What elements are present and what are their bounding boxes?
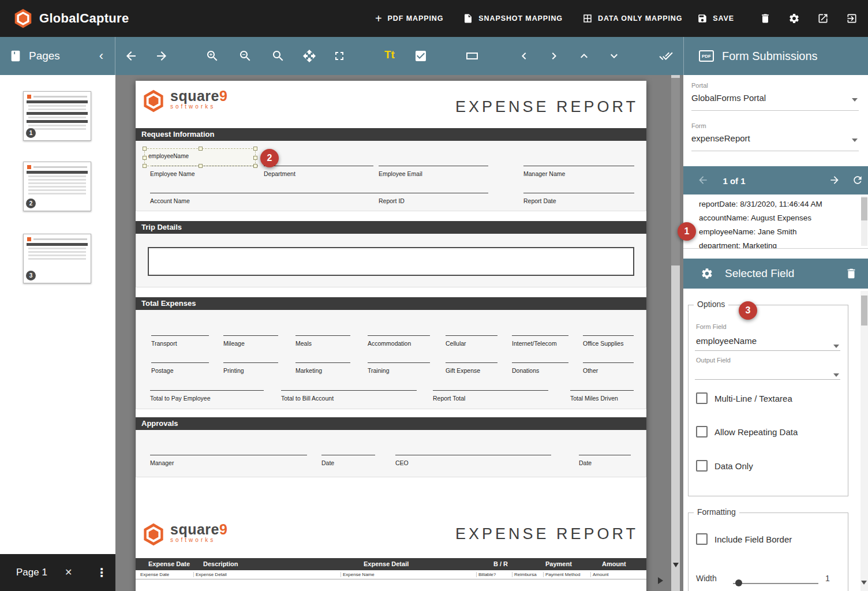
mapped-field-overlay[interactable]: employeeName [144,148,256,166]
field-manager-date[interactable]: Date [321,455,375,467]
field-other[interactable]: Other [583,362,634,375]
prev-field-chevron[interactable] [517,49,531,63]
field-report-date[interactable]: Report Date [523,193,634,205]
scroll-right-arrow[interactable] [658,577,663,584]
validate-all-button[interactable] [659,49,673,63]
field-marketing[interactable]: Marketing [295,362,350,375]
scrollbar-thumb[interactable] [861,197,867,220]
field-employee-name[interactable]: Employee Name [150,166,258,178]
field-training[interactable]: Training [368,362,430,375]
field-accommodation[interactable]: Accommodation [368,335,430,348]
chevron-up-icon[interactable] [577,49,591,63]
field-transport[interactable]: Transport [151,335,209,348]
resize-handle[interactable] [253,147,257,151]
portal-select[interactable]: Portal GlobalForms Portal [691,80,859,111]
field-total-miles-driven[interactable]: Total Miles Driven [570,390,634,403]
back-button[interactable] [124,49,138,63]
search-zoom-button[interactable] [271,49,285,63]
field-internet-telecom[interactable]: Internet/Telecom [512,335,568,348]
resize-handle[interactable] [143,147,147,151]
form-field-value[interactable]: employeeName [696,336,757,346]
field-printing[interactable]: Printing [223,362,278,375]
pdf-mapping-button[interactable]: + PDF MAPPING [375,13,443,24]
open-in-new-icon[interactable] [817,13,829,24]
resize-handle[interactable] [143,164,147,168]
field-account-name[interactable]: Account Name [150,193,381,205]
text-tool-button[interactable]: Tt [384,48,395,62]
width-slider-track[interactable] [733,583,818,584]
field-ceo-date[interactable]: Date [579,455,631,467]
caret-down-icon[interactable] [833,345,839,348]
document-canvas[interactable]: square9 softworks EXPENSE REPORT Request… [115,75,683,591]
multiline-checkbox[interactable] [696,392,708,404]
submission-row-accountname[interactable]: accountName: August Expenses [683,211,868,225]
logout-icon[interactable] [846,13,858,24]
panel-vertical-scrollbar[interactable] [860,291,868,591]
canvas-vertical-scrollbar[interactable] [671,75,680,591]
prev-submission-arrow[interactable] [697,174,709,186]
field-total-to-pay-employee[interactable]: Total to Pay Employee [150,390,264,403]
rectangle-tool-button[interactable] [465,49,479,63]
data-only-mapping-button[interactable]: DATA ONLY MAPPING [582,13,682,24]
trash-icon[interactable] [760,13,771,24]
include-field-border-checkbox[interactable] [696,533,708,545]
submission-row-department[interactable]: department: Marketing [683,239,868,249]
save-button[interactable]: SAVE [697,13,734,24]
field-ceo-signature[interactable]: CEO [395,455,551,467]
resize-handle[interactable] [199,147,203,151]
trash-icon[interactable] [845,267,858,280]
collapse-panel-chevron[interactable]: ‹ [97,50,106,62]
data-only-checkbox[interactable] [696,460,708,472]
field-office-supplies[interactable]: Office Supplies [583,335,634,348]
refresh-icon[interactable] [852,174,863,186]
zoom-in-button[interactable] [205,49,219,63]
next-submission-arrow[interactable] [829,174,840,186]
page-thumbnail-2[interactable]: 2 [23,162,91,211]
field-postage[interactable]: Postage [151,362,209,375]
field-employee-email[interactable]: Employee Email [379,166,488,178]
field-report-id[interactable]: Report ID [379,193,488,205]
resize-handle[interactable] [253,156,257,160]
pan-move-button[interactable] [302,49,316,63]
subcell: Reimbursa [512,572,537,577]
scroll-down-arrow[interactable] [861,581,867,585]
fullscreen-button[interactable] [332,49,346,63]
field-report-total[interactable]: Report Total [433,390,548,403]
repeating-data-checkbox[interactable] [696,426,708,437]
field-donations[interactable]: Donations [512,362,568,375]
list-scrollbar[interactable] [861,196,867,246]
zoom-out-button[interactable] [238,49,252,63]
submission-row-reportdate[interactable]: reportDate: 8/31/2020, 11:46:44 AM [683,197,868,211]
resize-handle[interactable] [253,164,257,168]
scroll-down-arrow[interactable] [673,563,679,567]
close-icon[interactable]: ✕ [65,567,72,578]
width-slider-thumb[interactable] [735,579,742,586]
field-gift-expense[interactable]: Gift Expense [446,362,497,375]
gear-icon[interactable] [701,267,713,280]
trip-details-box[interactable] [148,247,634,276]
submission-row-employeename[interactable]: employeeName: Jane Smith [683,225,868,239]
field-meals[interactable]: Meals [295,335,350,348]
resize-handle[interactable] [143,156,147,160]
snapshot-mapping-button[interactable]: SNAPSHOT MAPPING [463,13,563,24]
field-cellular[interactable]: Cellular [446,335,497,348]
next-field-chevron[interactable] [547,49,561,63]
page-thumbnail-3[interactable]: 3 [23,234,91,283]
overflow-menu-icon[interactable]: ⋮ [96,566,107,579]
document-page[interactable]: square9 softworks EXPENSE REPORT Request… [136,81,646,591]
field-manager-name[interactable]: Manager Name [523,166,634,178]
field-department[interactable]: Department [264,166,373,178]
field-manager-signature[interactable]: Manager [150,455,307,467]
field-total-to-bill-account[interactable]: Total to Bill Account [281,390,417,403]
scrollbar-thumb[interactable] [671,78,680,265]
chevron-down-icon[interactable] [607,49,621,63]
resize-handle[interactable] [199,164,203,168]
forward-button[interactable] [155,49,169,63]
gear-icon[interactable] [788,13,800,24]
caret-down-icon[interactable] [833,373,839,377]
page-thumbnail-1[interactable]: 1 [23,91,91,141]
form-select[interactable]: Form expenseReport [691,120,859,151]
scrollbar-thumb[interactable] [861,296,867,326]
field-mileage[interactable]: Mileage [223,335,278,348]
checkbox-tool-button[interactable] [414,49,428,63]
